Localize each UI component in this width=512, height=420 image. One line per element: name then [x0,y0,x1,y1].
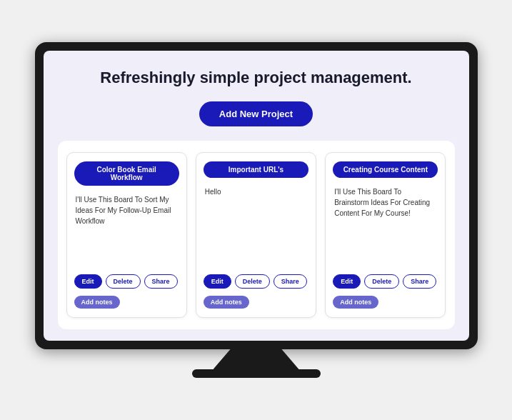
card-2-share-button[interactable]: Share [273,274,307,289]
screen: Refreshingly simple project management. … [44,51,469,341]
card-2-add-notes-button[interactable]: Add notes [204,296,249,309]
card-2-edit-button[interactable]: Edit [204,274,231,289]
card-1-edit-button[interactable]: Edit [74,274,102,289]
card-1-actions: Edit Delete Share [74,274,179,289]
card-2-title: Important URL's [204,161,308,178]
card-1-description: I'll Use This Board To Sort My Ideas For… [74,191,179,269]
monitor-body: Refreshingly simple project management. … [35,42,478,349]
monitor-wrapper: Refreshingly simple project management. … [35,42,478,378]
card-3-description: I'll Use This Board To Brainstorm Ideas … [333,184,438,269]
card-2: Important URL's Hello Edit Delete Share … [196,152,316,318]
card-3: Creating Course Content I'll Use This Bo… [325,152,446,318]
card-2-actions: Edit Delete Share [204,274,308,289]
card-2-delete-button[interactable]: Delete [235,274,270,289]
card-3-edit-button[interactable]: Edit [333,274,361,289]
card-1: Color Book Email Workflow I'll Use This … [66,152,187,318]
card-3-share-button[interactable]: Share [403,274,436,289]
page-headline: Refreshingly simple project management. [100,68,411,89]
card-1-share-button[interactable]: Share [144,274,178,289]
card-1-title: Color Book Email Workflow [74,161,179,186]
monitor-base [192,369,321,378]
card-2-description: Hello [204,184,308,269]
card-3-actions: Edit Delete Share [333,274,438,289]
monitor-stand [214,349,299,369]
cards-area: Color Book Email Workflow I'll Use This … [58,141,455,329]
add-project-button[interactable]: Add New Project [199,101,313,126]
card-3-delete-button[interactable]: Delete [364,274,399,289]
card-3-title: Creating Course Content [333,161,438,178]
card-1-add-notes-button[interactable]: Add notes [74,296,120,309]
card-3-add-notes-button[interactable]: Add notes [333,296,378,309]
card-1-delete-button[interactable]: Delete [106,274,141,289]
